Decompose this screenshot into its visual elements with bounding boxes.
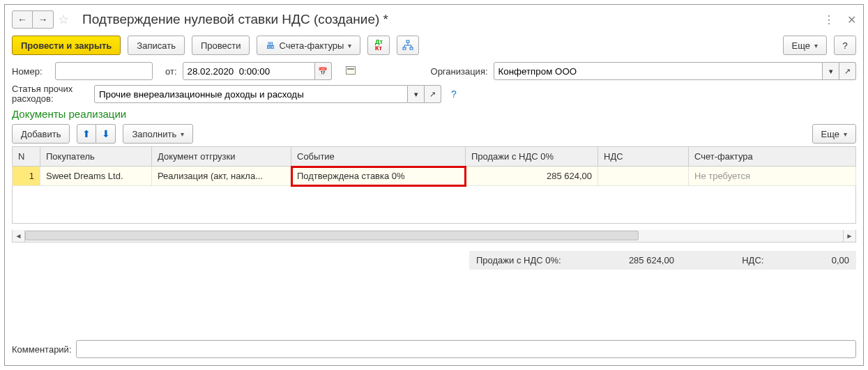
structure-button[interactable]: [397, 36, 419, 55]
favorite-star-icon[interactable]: ☆: [55, 10, 72, 29]
totals-sales0-label: Продажи с НДС 0%:: [476, 255, 561, 265]
expense-open-icon[interactable]: ↗: [425, 85, 441, 103]
cell-vat[interactable]: [598, 167, 689, 186]
close-icon[interactable]: ✕: [847, 13, 856, 26]
related-doc-icon[interactable]: [346, 66, 356, 77]
expense-input[interactable]: [94, 85, 408, 103]
totals-row: Продажи с НДС 0%: 285 624,00 НДС: 0,00: [12, 251, 856, 270]
expense-help-icon[interactable]: ?: [451, 88, 457, 100]
scroll-track[interactable]: [25, 230, 843, 242]
scroll-thumb[interactable]: [25, 231, 639, 240]
org-input-group: ▾ ↗: [494, 62, 856, 80]
section-title: Документы реализации: [12, 108, 856, 120]
expense-row: Статья прочих расходов: ▾ ↗ ?: [12, 84, 856, 104]
invoices-button[interactable]: 🖶Счета-фактуры: [257, 36, 360, 55]
org-open-icon[interactable]: ↗: [839, 62, 856, 80]
main-toolbar: Провести и закрыть Записать Провести 🖶Сч…: [12, 36, 856, 55]
fill-button[interactable]: Заполнить: [123, 124, 193, 144]
from-label: от:: [165, 66, 177, 77]
org-dropdown-icon[interactable]: ▾: [823, 62, 839, 80]
printer-icon: 🖶: [266, 40, 275, 51]
totals-box: Продажи с НДС 0%: 285 624,00 НДС: 0,00: [469, 251, 856, 270]
totals-vat-value: 0,00: [832, 255, 849, 265]
expense-label: Статья прочих расходов:: [12, 84, 89, 104]
col-sales0[interactable]: Продажи с НДС 0%: [466, 147, 598, 167]
org-input[interactable]: [494, 62, 823, 80]
scroll-right-icon[interactable]: ►: [843, 230, 855, 242]
svg-rect-1: [403, 47, 406, 49]
svg-rect-2: [410, 47, 413, 49]
grid-wrap: N Покупатель Документ отгрузки Событие П…: [12, 146, 856, 230]
number-label: Номер:: [12, 66, 50, 77]
totals-sales0-value: 285 624,00: [629, 255, 674, 265]
date-input-group: 📅: [183, 62, 332, 80]
col-event[interactable]: Событие: [291, 147, 466, 167]
table-header-row: N Покупатель Документ отгрузки Событие П…: [13, 147, 856, 167]
forward-button[interactable]: →: [33, 10, 54, 29]
calendar-icon[interactable]: 📅: [315, 62, 332, 80]
horizontal-scrollbar[interactable]: ◄ ►: [12, 230, 856, 242]
table-toolbar: Добавить ⬆ ⬇ Заполнить Еще: [12, 124, 856, 144]
header-row: Номер: от: 📅 Организация: ▾ ↗: [12, 62, 856, 80]
comment-label: Комментарий:: [12, 344, 72, 355]
number-input[interactable]: [55, 62, 153, 80]
post-and-close-button[interactable]: Провести и закрыть: [12, 36, 121, 55]
window-title: Подтверждение нулевой ставки НДС (создан…: [82, 12, 823, 27]
scroll-left-icon[interactable]: ◄: [13, 230, 25, 242]
totals-vat-label: НДС:: [742, 255, 763, 265]
cell-shipment[interactable]: Реализация (акт, накла...: [152, 167, 291, 186]
col-invoice[interactable]: Счет-фактура: [689, 147, 856, 167]
cell-invoice[interactable]: Не требуется: [689, 167, 856, 186]
move-row-group: ⬆ ⬇: [77, 124, 116, 144]
col-shipment[interactable]: Документ отгрузки: [152, 147, 291, 167]
table-row[interactable]: 1 Sweet Dreams Ltd. Реализация (акт, нак…: [13, 167, 856, 186]
cell-event[interactable]: Подтверждена ставка 0%: [291, 167, 466, 186]
cell-buyer[interactable]: Sweet Dreams Ltd.: [40, 167, 152, 186]
save-button[interactable]: Записать: [128, 36, 185, 55]
svg-rect-0: [406, 40, 409, 43]
documents-table[interactable]: N Покупатель Документ отгрузки Событие П…: [12, 146, 856, 224]
move-down-button[interactable]: ⬇: [96, 124, 116, 144]
col-buyer[interactable]: Покупатель: [40, 147, 152, 167]
expense-dropdown-icon[interactable]: ▾: [408, 85, 425, 103]
titlebar: ← → ☆ Подтверждение нулевой ставки НДС (…: [12, 10, 856, 29]
dtkt-button[interactable]: ДтКт: [367, 36, 390, 55]
comment-input[interactable]: [76, 340, 857, 358]
col-n[interactable]: N: [13, 147, 40, 167]
expense-input-group: ▾ ↗: [94, 85, 441, 103]
table-more-button[interactable]: Еще: [812, 124, 856, 144]
date-input[interactable]: [183, 62, 315, 80]
add-row-button[interactable]: Добавить: [12, 124, 70, 144]
more-button[interactable]: Еще: [783, 36, 827, 55]
kebab-menu-icon[interactable]: ⋮: [823, 13, 835, 26]
cell-n[interactable]: 1: [13, 167, 40, 186]
cell-sales0[interactable]: 285 624,00: [466, 167, 598, 186]
post-button[interactable]: Провести: [192, 36, 250, 55]
col-vat[interactable]: НДС: [598, 147, 689, 167]
comment-row: Комментарий:: [12, 340, 856, 358]
move-up-button[interactable]: ⬆: [77, 124, 96, 144]
help-button[interactable]: ?: [834, 36, 856, 55]
back-button[interactable]: ←: [12, 10, 33, 29]
org-label: Организация:: [431, 66, 488, 77]
document-window: ← → ☆ Подтверждение нулевой ставки НДС (…: [4, 4, 864, 366]
